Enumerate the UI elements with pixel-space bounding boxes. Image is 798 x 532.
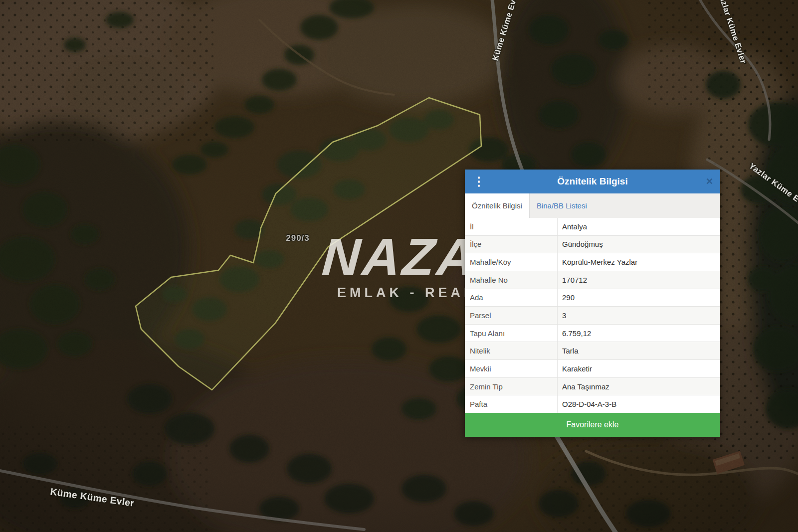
table-row: Mahalle No170712 bbox=[465, 271, 720, 289]
row-value: 170712 bbox=[558, 276, 720, 284]
row-label: Mahalle No bbox=[465, 271, 558, 289]
attribute-info-panel: ⋮ Öznitelik Bilgisi ✕ Öznitelik Bilgisi … bbox=[465, 170, 720, 437]
tab-oznitelik-bilgisi[interactable]: Öznitelik Bilgisi bbox=[465, 193, 530, 218]
parcel-number-label: 290/3 bbox=[286, 233, 310, 243]
row-value: 290 bbox=[558, 293, 720, 302]
row-label: İl bbox=[465, 218, 558, 235]
add-to-favorites-button[interactable]: Favorilere ekle bbox=[465, 413, 720, 437]
row-label: Ada bbox=[465, 289, 558, 307]
row-label: Mevkii bbox=[465, 360, 558, 377]
close-icon[interactable]: ✕ bbox=[706, 170, 713, 193]
row-value: Tarla bbox=[558, 347, 720, 355]
satellite-map-view[interactable]: Küme Küme Evler Yazlar Küme Evler Yazlar… bbox=[0, 0, 798, 532]
table-row: Tapu Alanı6.759,12 bbox=[465, 325, 720, 343]
row-value: Gündoğmuş bbox=[558, 240, 720, 248]
panel-title: Öznitelik Bilgisi bbox=[465, 176, 720, 187]
row-label: Pafta bbox=[465, 395, 558, 413]
row-label: Zemin Tip bbox=[465, 378, 558, 395]
attribute-table: İlAntalyaİlçeGündoğmuşMahalle/KöyKöprülü… bbox=[465, 218, 720, 413]
row-value: Karaketir bbox=[558, 364, 720, 373]
table-row: Mahalle/KöyKöprülü-Merkez Yazlar bbox=[465, 253, 720, 271]
panel-header: ⋮ Öznitelik Bilgisi ✕ bbox=[465, 170, 720, 193]
row-value: 3 bbox=[558, 311, 720, 320]
row-label: Mahalle/Köy bbox=[465, 253, 558, 271]
row-value: Ana Taşınmaz bbox=[558, 382, 720, 391]
row-label: Tapu Alanı bbox=[465, 325, 558, 342]
row-value: Köprülü-Merkez Yazlar bbox=[558, 258, 720, 266]
row-value: 6.759,12 bbox=[558, 329, 720, 338]
row-label: Parsel bbox=[465, 307, 558, 324]
table-row: İlçeGündoğmuş bbox=[465, 236, 720, 254]
table-row: Parsel3 bbox=[465, 307, 720, 325]
row-value: O28-D-04-A-3-B bbox=[558, 400, 720, 408]
row-value: Antalya bbox=[558, 222, 720, 231]
tab-bar: Öznitelik Bilgisi Bina/BB Listesi bbox=[465, 193, 720, 218]
row-label: İlçe bbox=[465, 236, 558, 253]
table-row: MevkiiKaraketir bbox=[465, 360, 720, 378]
table-row: Zemin TipAna Taşınmaz bbox=[465, 378, 720, 396]
table-row: İlAntalya bbox=[465, 218, 720, 236]
table-row: PaftaO28-D-04-A-3-B bbox=[465, 395, 720, 413]
menu-dots-icon[interactable]: ⋮ bbox=[473, 170, 485, 193]
row-label: Nitelik bbox=[465, 342, 558, 359]
table-row: NitelikTarla bbox=[465, 342, 720, 360]
table-row: Ada290 bbox=[465, 289, 720, 307]
tab-bina-bb-listesi[interactable]: Bina/BB Listesi bbox=[530, 193, 594, 218]
